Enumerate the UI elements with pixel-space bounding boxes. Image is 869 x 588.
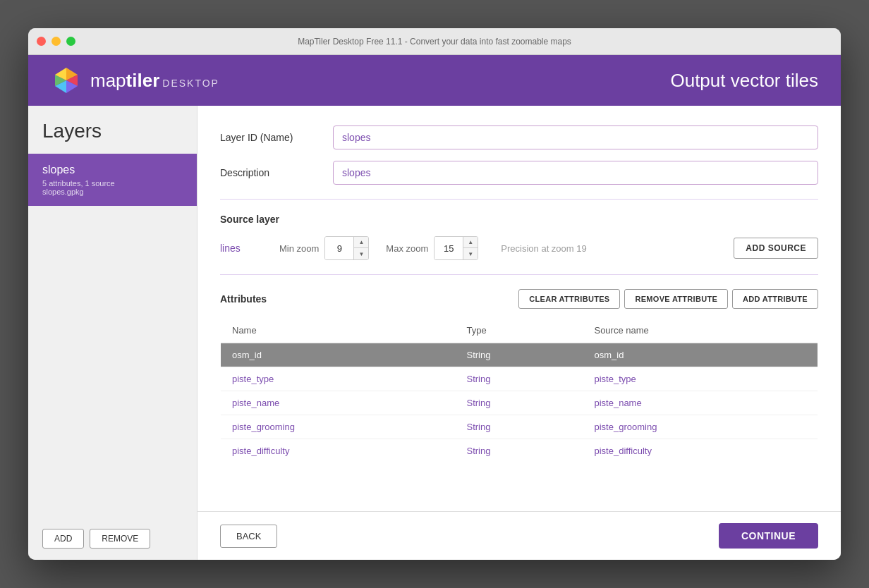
title-bar: MapTiler Desktop Free 11.1 - Convert you…: [28, 28, 841, 55]
cell-source-name: piste_grooming: [583, 415, 818, 439]
traffic-lights: [37, 37, 75, 46]
table-row[interactable]: osm_id String osm_id: [221, 343, 818, 367]
max-zoom-up[interactable]: ▲: [463, 237, 478, 248]
remove-attribute-button[interactable]: REMOVE ATTRIBUTE: [624, 289, 728, 309]
table-body: osm_id String osm_id piste_type String p…: [221, 343, 818, 463]
page-title: Output vector tiles: [670, 70, 818, 92]
main-content: Layers slopes 5 attributes, 1 source slo…: [28, 106, 841, 560]
right-panel: Layer ID (Name) Description Source layer…: [198, 106, 841, 560]
description-row: Description: [220, 161, 818, 185]
layer-meta-line2: slopes.gpkg: [42, 188, 183, 196]
description-input[interactable]: [333, 161, 818, 185]
maximize-button[interactable]: [66, 37, 75, 46]
window-title: MapTiler Desktop Free 11.1 - Convert you…: [298, 37, 571, 47]
max-zoom-input[interactable]: [435, 237, 463, 259]
min-zoom-group: Min zoom ▲ ▼: [279, 236, 369, 260]
source-layer-label: Source layer: [220, 214, 818, 225]
content-panel: Layer ID (Name) Description Source layer…: [198, 106, 841, 511]
min-zoom-spinner: ▲ ▼: [324, 236, 369, 260]
col-name: Name: [221, 318, 456, 343]
logo-text: maptiler DESKTOP: [90, 70, 219, 92]
min-zoom-input[interactable]: [325, 237, 353, 259]
footer: BACK CONTINUE: [198, 511, 841, 560]
layer-id-row: Layer ID (Name): [220, 125, 818, 149]
cell-type: String: [456, 343, 583, 367]
source-row: lines Min zoom ▲ ▼ Max zoom: [220, 236, 818, 260]
table-row[interactable]: piste_grooming String piste_grooming: [221, 415, 818, 439]
attributes-table: Name Type Source name osm_id String osm_…: [220, 317, 818, 463]
cell-type: String: [456, 367, 583, 391]
col-type: Type: [456, 318, 583, 343]
attr-action-buttons: CLEAR ATTRIBUTES REMOVE ATTRIBUTE ADD AT…: [518, 289, 818, 309]
max-zoom-spinner: ▲ ▼: [434, 236, 478, 260]
max-zoom-label: Max zoom: [386, 243, 428, 254]
table-row[interactable]: piste_name String piste_name: [221, 391, 818, 415]
cell-name: piste_difficulty: [221, 439, 456, 463]
table-row[interactable]: piste_type String piste_type: [221, 367, 818, 391]
desktop-label: DESKTOP: [162, 78, 219, 89]
cell-name: piste_grooming: [221, 415, 456, 439]
divider-2: [220, 274, 818, 275]
divider-1: [220, 199, 818, 200]
app-window: MapTiler Desktop Free 11.1 - Convert you…: [28, 28, 841, 560]
layer-id-input[interactable]: [333, 125, 818, 149]
sidebar: Layers slopes 5 attributes, 1 source slo…: [28, 106, 198, 560]
cell-source-name: osm_id: [583, 343, 818, 367]
cell-source-name: piste_name: [583, 391, 818, 415]
add-layer-button[interactable]: ADD: [42, 529, 84, 549]
min-zoom-spinner-buttons: ▲ ▼: [353, 237, 368, 259]
cell-name: piste_type: [221, 367, 456, 391]
continue-button[interactable]: CONTINUE: [719, 523, 818, 549]
max-zoom-spinner-buttons: ▲ ▼: [463, 237, 478, 259]
attributes-header: Attributes CLEAR ATTRIBUTES REMOVE ATTRI…: [220, 289, 818, 309]
cell-source-name: piste_type: [583, 367, 818, 391]
add-source-button[interactable]: ADD SOURCE: [734, 238, 818, 259]
app-header: maptiler DESKTOP Output vector tiles: [28, 55, 841, 106]
back-button[interactable]: BACK: [220, 525, 277, 548]
sidebar-actions: ADD REMOVE: [28, 517, 197, 560]
attributes-title: Attributes: [220, 293, 267, 305]
min-zoom-label: Min zoom: [279, 243, 319, 254]
cell-type: String: [456, 439, 583, 463]
layer-id-label: Layer ID (Name): [220, 132, 333, 143]
cell-source-name: piste_difficulty: [583, 439, 818, 463]
precision-text: Precision at zoom 19: [501, 243, 586, 254]
layer-name: slopes: [42, 164, 183, 176]
layer-meta-line1: 5 attributes, 1 source: [42, 179, 183, 188]
attributes-section: Attributes CLEAR ATTRIBUTES REMOVE ATTRI…: [220, 289, 818, 463]
layer-item-slopes[interactable]: slopes 5 attributes, 1 source slopes.gpk…: [28, 154, 197, 206]
cell-name: osm_id: [221, 343, 456, 367]
cell-type: String: [456, 391, 583, 415]
source-name-label: lines: [220, 243, 262, 254]
max-zoom-down[interactable]: ▼: [463, 248, 478, 259]
minimize-button[interactable]: [51, 37, 61, 46]
add-attribute-button[interactable]: ADD ATTRIBUTE: [732, 289, 818, 309]
layers-title: Layers: [28, 120, 197, 154]
min-zoom-down[interactable]: ▼: [354, 248, 368, 259]
table-header: Name Type Source name: [221, 318, 818, 343]
table-row[interactable]: piste_difficulty String piste_difficulty: [221, 439, 818, 463]
cell-name: piste_name: [221, 391, 456, 415]
min-zoom-up[interactable]: ▲: [354, 237, 368, 248]
max-zoom-group: Max zoom ▲ ▼: [386, 236, 478, 260]
close-button[interactable]: [37, 37, 46, 46]
maptiler-logo-icon: [51, 65, 82, 96]
logo-area: maptiler DESKTOP: [51, 65, 219, 96]
cell-type: String: [456, 415, 583, 439]
table-header-row: Name Type Source name: [221, 318, 818, 343]
description-label: Description: [220, 167, 333, 178]
col-source-name: Source name: [583, 318, 818, 343]
remove-layer-button[interactable]: REMOVE: [90, 529, 150, 549]
clear-attributes-button[interactable]: CLEAR ATTRIBUTES: [518, 289, 620, 309]
